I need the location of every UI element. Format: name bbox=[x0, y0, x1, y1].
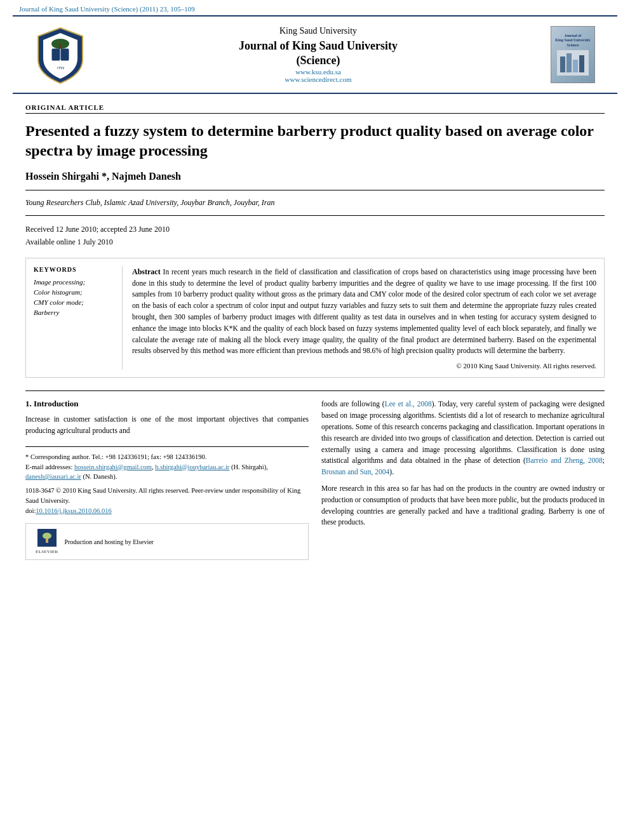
cover-graphic bbox=[557, 50, 589, 76]
keyword-1: Image processing; bbox=[34, 278, 114, 286]
email-link-3[interactable]: danesh@iausari.ac.ir bbox=[25, 473, 81, 480]
email-link-2[interactable]: h.shirgahi@jouybariau.ac.ir bbox=[155, 463, 229, 470]
elsevier-text: Production and hosting by Elsevier bbox=[64, 538, 154, 545]
ksu-logo-left: ١٣٧٧ bbox=[25, 23, 95, 86]
journal-top-link[interactable]: Journal of King Saud University (Science… bbox=[19, 5, 195, 13]
journal-header: ١٣٧٧ King Saud University Journal of Kin… bbox=[13, 15, 617, 94]
two-column-body: 1. Introduction Increase in customer sat… bbox=[25, 399, 605, 560]
abstract-text-box: Abstract In recent years much research i… bbox=[132, 266, 596, 370]
university-name: King Saud University bbox=[95, 26, 541, 36]
paper-title: Presented a fuzzy system to determine ba… bbox=[25, 121, 605, 161]
authors-line: Hossein Shirgahi *, Najmeh Danesh bbox=[25, 171, 605, 182]
affiliation: Young Researchers Club, Islamic Azad Uni… bbox=[25, 198, 605, 208]
abstract-paragraph: Abstract In recent years much research i… bbox=[132, 266, 596, 357]
elsevier-footer: ELSEVIER Production and hosting by Elsev… bbox=[25, 523, 309, 560]
ref-brosnan[interactable]: Brosnan and Sun, 2004 bbox=[321, 468, 389, 476]
main-content: ORIGINAL ARTICLE Presented a fuzzy syste… bbox=[0, 94, 630, 573]
email-link-1[interactable]: hossein.shirgahi@gmail.com bbox=[74, 463, 152, 470]
title-divider bbox=[25, 190, 605, 190]
doi-link[interactable]: 10.1016/j.jksus.2010.06.016 bbox=[36, 507, 111, 514]
svg-rect-8 bbox=[573, 60, 578, 72]
dates: Received 12 June 2010; accepted 23 June … bbox=[25, 223, 605, 248]
abstract-label: Abstract bbox=[132, 267, 161, 276]
abstract-section: KEYWORDS Image processing; Color histogr… bbox=[25, 258, 605, 378]
intro-text-col2-para1: foods are following (Lee et al., 2008). … bbox=[321, 399, 605, 478]
svg-point-10 bbox=[43, 533, 51, 539]
elsevier-tree-icon bbox=[40, 531, 54, 545]
footnote-corresponding: * Corresponding author. Tel.: +98 124336… bbox=[25, 452, 309, 462]
footnotes: * Corresponding author. Tel.: +98 124336… bbox=[25, 446, 309, 516]
body-col-left: 1. Introduction Increase in customer sat… bbox=[25, 399, 309, 560]
abstract-body: In recent years much research in the fie… bbox=[132, 268, 596, 355]
intro-text-col1: Increase in customer satisfaction is one… bbox=[25, 414, 309, 437]
elsevier-label: ELSEVIER bbox=[36, 549, 58, 554]
footnote-email: E-mail addresses: hossein.shirgahi@gmail… bbox=[25, 462, 309, 483]
svg-rect-9 bbox=[579, 55, 584, 72]
page: Journal of King Saud University (Science… bbox=[0, 0, 630, 840]
ref-barreio[interactable]: Barreio and Zheng, 2008 bbox=[526, 457, 603, 464]
ksu-emblem-svg: ١٣٧٧ bbox=[32, 25, 89, 85]
abstract-body-divider bbox=[25, 390, 605, 391]
svg-text:١٣٧٧: ١٣٧٧ bbox=[57, 66, 65, 70]
footnote-doi: doi:10.1016/j.jksus.2010.06.016 bbox=[25, 506, 309, 516]
svg-rect-3 bbox=[59, 44, 62, 49]
svg-rect-11 bbox=[46, 538, 48, 543]
affiliation-divider bbox=[25, 215, 605, 216]
abstract-copyright: © 2010 King Saud University. All rights … bbox=[132, 362, 596, 370]
ref-lee-2008[interactable]: Lee et al., 2008 bbox=[385, 400, 432, 408]
keyword-2: Color histogram; bbox=[34, 288, 114, 296]
footnote-copyright: 1018-3647 © 2010 King Saud University. A… bbox=[25, 486, 309, 506]
svg-rect-6 bbox=[560, 57, 565, 72]
journal-title-center: King Saud University Journal of King Sau… bbox=[95, 26, 541, 84]
intro-text-col2-para2: More research in this area so far has ha… bbox=[321, 483, 605, 528]
elsevier-icon-box bbox=[37, 529, 57, 547]
keywords-box: KEYWORDS Image processing; Color histogr… bbox=[34, 266, 123, 370]
journal-cover-right: Journal ofKing Saud UniversityScience bbox=[541, 23, 605, 86]
svg-rect-0 bbox=[52, 49, 60, 60]
keyword-4: Barberry bbox=[34, 309, 114, 316]
elsevier-logo: ELSEVIER bbox=[36, 529, 58, 554]
journal-name-bold: Journal of King Saud University (Science… bbox=[95, 39, 541, 69]
body-col-right: foods are following (Lee et al., 2008). … bbox=[321, 399, 605, 560]
intro-title: 1. Introduction bbox=[25, 399, 309, 409]
svg-rect-1 bbox=[61, 49, 69, 60]
journal-websites: www.ksu.edu.sa www.sciencedirect.com bbox=[95, 68, 541, 83]
keywords-title: KEYWORDS bbox=[34, 266, 114, 273]
article-type-label: ORIGINAL ARTICLE bbox=[25, 103, 605, 114]
keyword-3: CMY color mode; bbox=[34, 298, 114, 306]
journal-cover-thumbnail: Journal ofKing Saud UniversityScience bbox=[551, 26, 595, 83]
journal-top-bar: Journal of King Saud University (Science… bbox=[0, 0, 630, 15]
svg-rect-7 bbox=[566, 53, 572, 72]
